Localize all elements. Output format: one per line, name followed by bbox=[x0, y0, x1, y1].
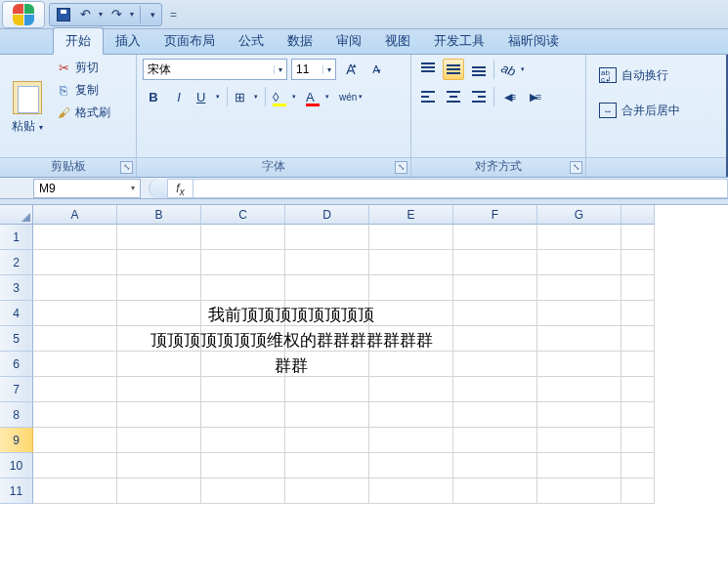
row-header-9[interactable]: 9 bbox=[0, 428, 33, 453]
cell[interactable] bbox=[621, 402, 655, 428]
cell[interactable] bbox=[285, 428, 369, 453]
cell[interactable] bbox=[33, 402, 117, 428]
cell[interactable] bbox=[453, 275, 537, 301]
tab-page-layout[interactable]: 页面布局 bbox=[152, 28, 227, 54]
cell[interactable] bbox=[621, 478, 655, 504]
cells-area[interactable]: 我前顶顶顶顶顶顶顶顶 顶顶顶顶顶顶顶维权的群群群群群群群 群群 bbox=[33, 225, 728, 504]
column-header-E[interactable]: E bbox=[369, 205, 453, 225]
cell[interactable] bbox=[285, 275, 369, 301]
cell[interactable] bbox=[537, 301, 621, 326]
cell[interactable] bbox=[537, 377, 621, 402]
cell[interactable] bbox=[33, 352, 117, 377]
tab-insert[interactable]: 插入 bbox=[104, 28, 152, 54]
cell[interactable] bbox=[537, 453, 621, 478]
cell[interactable] bbox=[201, 250, 285, 275]
row-header-7[interactable]: 7 bbox=[0, 377, 33, 402]
fill-color-button[interactable]: ◊▾ bbox=[270, 86, 299, 107]
cell[interactable] bbox=[453, 377, 537, 402]
cell[interactable] bbox=[201, 275, 285, 301]
cut-button[interactable]: ✂剪切 bbox=[53, 59, 113, 77]
cell[interactable] bbox=[453, 478, 537, 504]
cell[interactable] bbox=[369, 478, 453, 504]
cell[interactable] bbox=[117, 428, 201, 453]
cell[interactable] bbox=[369, 377, 453, 402]
tab-review[interactable]: 审阅 bbox=[324, 28, 373, 54]
cell[interactable] bbox=[33, 453, 117, 478]
clipboard-dialog-launcher[interactable]: ⤡ bbox=[120, 161, 133, 174]
select-all-corner[interactable] bbox=[0, 205, 33, 225]
tab-formulas[interactable]: 公式 bbox=[227, 28, 276, 54]
borders-button[interactable]: ⊞▾ bbox=[232, 86, 261, 107]
qat-save-button[interactable] bbox=[56, 7, 71, 22]
shrink-font-button[interactable]: A bbox=[365, 59, 387, 80]
cell[interactable] bbox=[453, 250, 537, 275]
font-name-combo[interactable]: 宋体▾ bbox=[143, 59, 287, 80]
cell[interactable] bbox=[453, 225, 537, 250]
cell[interactable] bbox=[369, 225, 453, 250]
cell[interactable] bbox=[33, 250, 117, 275]
row-header-10[interactable]: 10 bbox=[0, 453, 33, 478]
cell[interactable] bbox=[201, 428, 285, 453]
tab-home[interactable]: 开始 bbox=[53, 27, 104, 55]
cell[interactable] bbox=[33, 428, 117, 453]
bold-button[interactable]: B bbox=[143, 86, 164, 107]
cell[interactable] bbox=[285, 453, 369, 478]
insert-function-button[interactable]: fx bbox=[168, 179, 193, 198]
cell[interactable] bbox=[369, 402, 453, 428]
row-header-2[interactable]: 2 bbox=[0, 250, 33, 275]
cell[interactable] bbox=[621, 453, 655, 478]
cell[interactable] bbox=[537, 225, 621, 250]
column-header-C[interactable]: C bbox=[201, 205, 285, 225]
cell[interactable] bbox=[285, 478, 369, 504]
cell[interactable] bbox=[33, 275, 117, 301]
row-header-3[interactable]: 3 bbox=[0, 275, 33, 301]
cell[interactable] bbox=[201, 402, 285, 428]
copy-button[interactable]: ⎘复制 bbox=[53, 81, 113, 100]
cell[interactable] bbox=[369, 428, 453, 453]
row-header-1[interactable]: 1 bbox=[0, 225, 33, 250]
cell[interactable] bbox=[369, 453, 453, 478]
cell[interactable] bbox=[621, 326, 655, 352]
cell[interactable] bbox=[285, 402, 369, 428]
row-header-8[interactable]: 8 bbox=[0, 402, 33, 428]
cell[interactable] bbox=[537, 478, 621, 504]
cell[interactable] bbox=[537, 402, 621, 428]
row-header-4[interactable]: 4 bbox=[0, 301, 33, 326]
font-size-combo[interactable]: 11▾ bbox=[291, 59, 336, 80]
underline-button[interactable]: U▾ bbox=[193, 86, 223, 107]
cell[interactable] bbox=[621, 225, 655, 250]
format-painter-button[interactable]: 🖌格式刷 bbox=[53, 104, 113, 122]
cell[interactable] bbox=[537, 250, 621, 275]
cell[interactable] bbox=[537, 275, 621, 301]
qat-redo-dropdown[interactable]: ▾ bbox=[130, 10, 134, 19]
cell[interactable] bbox=[453, 453, 537, 478]
cell[interactable] bbox=[537, 428, 621, 453]
cell[interactable] bbox=[285, 225, 369, 250]
cell[interactable] bbox=[117, 250, 201, 275]
cell[interactable] bbox=[285, 377, 369, 402]
cell[interactable] bbox=[453, 428, 537, 453]
row-header-5[interactable]: 5 bbox=[0, 326, 33, 352]
cell[interactable] bbox=[33, 225, 117, 250]
grow-font-button[interactable]: A bbox=[340, 59, 362, 80]
cell[interactable] bbox=[33, 478, 117, 504]
font-color-button[interactable]: A▾ bbox=[303, 86, 332, 107]
align-right-button[interactable] bbox=[468, 86, 490, 107]
cell[interactable] bbox=[33, 301, 117, 326]
name-box[interactable]: M9▾ bbox=[33, 179, 141, 198]
cell[interactable] bbox=[117, 225, 201, 250]
cell[interactable] bbox=[285, 250, 369, 275]
align-bottom-button[interactable] bbox=[468, 59, 490, 80]
qat-undo-button[interactable]: ↶ bbox=[77, 7, 93, 22]
tab-data[interactable]: 数据 bbox=[276, 28, 324, 54]
cell[interactable] bbox=[33, 377, 117, 402]
cell[interactable] bbox=[117, 478, 201, 504]
qat-redo-button[interactable]: ↷ bbox=[108, 7, 124, 22]
align-top-button[interactable] bbox=[417, 59, 439, 80]
cell[interactable] bbox=[201, 225, 285, 250]
cell[interactable] bbox=[117, 402, 201, 428]
tab-foxit[interactable]: 福昕阅读 bbox=[496, 28, 571, 54]
cell[interactable] bbox=[537, 352, 621, 377]
wrap-text-button[interactable]: abc↲自动换行 bbox=[592, 61, 722, 90]
cell[interactable] bbox=[621, 250, 655, 275]
